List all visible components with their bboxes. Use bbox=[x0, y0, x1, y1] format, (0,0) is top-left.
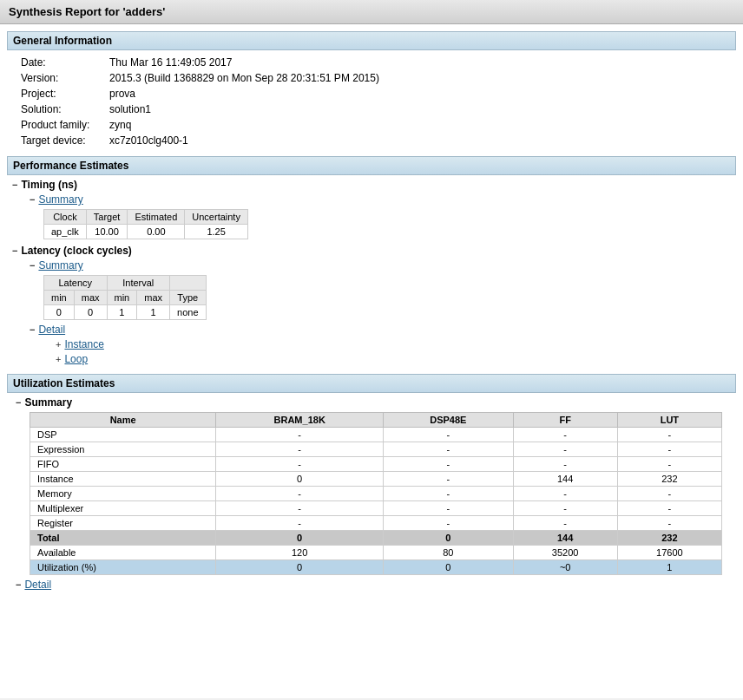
util-cell: 144 bbox=[513, 472, 617, 487]
timing-summary-collapse-icon[interactable]: − bbox=[30, 194, 35, 205]
latency-sub-header: min bbox=[44, 291, 75, 305]
latency-detail-collapse-icon[interactable]: − bbox=[30, 324, 35, 335]
latency-cell: 0 bbox=[44, 305, 75, 320]
util-cell: - bbox=[384, 428, 514, 442]
util-cell: Multiplexer bbox=[30, 501, 216, 516]
util-cell: - bbox=[513, 487, 617, 501]
util-cell: Register bbox=[30, 516, 216, 531]
latency-sub-header: max bbox=[74, 291, 107, 305]
field-label: Target device: bbox=[17, 134, 104, 147]
util-cell: - bbox=[216, 516, 384, 531]
timing-collapse-icon[interactable]: − bbox=[12, 180, 17, 190]
util-cell: Instance bbox=[30, 472, 216, 487]
util-cell: - bbox=[216, 487, 384, 501]
util-cell: - bbox=[513, 457, 617, 472]
field-value: solution1 bbox=[106, 102, 383, 116]
interval-group-header: Interval bbox=[107, 276, 170, 291]
util-cell: - bbox=[617, 501, 721, 516]
util-total-cell: 144 bbox=[513, 531, 617, 546]
util-pct-cell: 0 bbox=[384, 560, 514, 575]
util-cell: Expression bbox=[30, 442, 216, 457]
general-info-row: Date:Thu Mar 16 11:49:05 2017 bbox=[17, 56, 383, 69]
util-cell: - bbox=[216, 442, 384, 457]
util-total-cell: Total bbox=[30, 531, 216, 546]
loop-label[interactable]: Loop bbox=[64, 353, 88, 365]
latency-cell: none bbox=[170, 305, 206, 320]
title-text: Synthesis Report for 'adders' bbox=[9, 5, 165, 18]
latency-summary-collapse-icon[interactable]: − bbox=[30, 260, 35, 271]
util-cell: - bbox=[617, 428, 721, 442]
type-group-header bbox=[170, 276, 206, 291]
utilization-table: NameBRAM_18KDSP48EFFLUT DSP----Expressio… bbox=[30, 412, 722, 575]
util-cell: - bbox=[384, 516, 514, 531]
util-total-cell: 232 bbox=[617, 531, 721, 546]
util-cell: - bbox=[617, 516, 721, 531]
util-cell: DSP bbox=[30, 428, 216, 442]
util-detail-collapse-icon[interactable]: − bbox=[16, 579, 21, 590]
window-title: Synthesis Report for 'adders' bbox=[0, 0, 743, 24]
utilization-header: Utilization Estimates bbox=[7, 374, 736, 393]
util-summary-label: Summary bbox=[24, 396, 72, 409]
field-value: Thu Mar 16 11:49:05 2017 bbox=[106, 56, 383, 69]
latency-summary-label[interactable]: Summary bbox=[38, 259, 82, 271]
general-info-row: Product family:zynq bbox=[17, 118, 383, 132]
timing-col-header: Target bbox=[86, 210, 128, 225]
general-info-row: Version:2015.3 (Build 1368829 on Mon Sep… bbox=[17, 71, 383, 85]
field-label: Product family: bbox=[17, 118, 104, 132]
latency-sub-header: Type bbox=[170, 291, 206, 305]
latency-cell: 1 bbox=[137, 305, 170, 320]
util-total-cell: 0 bbox=[384, 531, 514, 546]
util-cell: - bbox=[384, 487, 514, 501]
field-label: Project: bbox=[17, 87, 104, 101]
latency-title: Latency (clock cycles) bbox=[21, 245, 131, 257]
util-col-header: BRAM_18K bbox=[216, 413, 384, 428]
util-cell: - bbox=[384, 501, 514, 516]
util-cell: FIFO bbox=[30, 457, 216, 472]
latency-group-header: Latency bbox=[44, 276, 108, 291]
util-avail-cell: 80 bbox=[384, 546, 514, 560]
util-summary-collapse-icon[interactable]: − bbox=[16, 397, 21, 408]
latency-cell: 0 bbox=[74, 305, 107, 320]
latency-detail-label[interactable]: Detail bbox=[38, 324, 65, 336]
timing-col-header: Estimated bbox=[128, 210, 185, 225]
latency-collapse-icon[interactable]: − bbox=[12, 245, 17, 256]
timing-cell: 1.25 bbox=[185, 225, 248, 239]
loop-expand-icon[interactable]: + bbox=[56, 354, 61, 364]
general-info-row: Target device:xc7z010clg400-1 bbox=[17, 134, 383, 147]
field-label: Solution: bbox=[17, 102, 104, 116]
field-value: zynq bbox=[106, 118, 383, 132]
general-info-header: General Information bbox=[7, 31, 736, 50]
general-info-table: Date:Thu Mar 16 11:49:05 2017Version:201… bbox=[16, 54, 385, 149]
latency-table: LatencyIntervalminmaxminmaxType 0011none bbox=[43, 275, 207, 320]
util-cell: - bbox=[216, 428, 384, 442]
util-col-header: FF bbox=[513, 413, 617, 428]
latency-cell: 1 bbox=[107, 305, 137, 320]
util-cell: - bbox=[617, 487, 721, 501]
util-cell: - bbox=[513, 501, 617, 516]
util-col-header: Name bbox=[30, 413, 216, 428]
timing-summary-label[interactable]: Summary bbox=[38, 193, 82, 206]
util-total-cell: 0 bbox=[216, 531, 384, 546]
timing-col-header: Uncertainty bbox=[185, 210, 248, 225]
timing-table: ClockTargetEstimatedUncertainty ap_clk10… bbox=[43, 209, 248, 239]
util-cell: - bbox=[384, 457, 514, 472]
util-cell: Memory bbox=[30, 487, 216, 501]
util-detail-label[interactable]: Detail bbox=[24, 579, 51, 591]
timing-title: Timing (ns) bbox=[21, 179, 76, 191]
field-label: Date: bbox=[17, 56, 104, 69]
util-cell: - bbox=[384, 442, 514, 457]
util-cell: - bbox=[513, 442, 617, 457]
util-cell: 0 bbox=[216, 472, 384, 487]
util-avail-cell: 120 bbox=[216, 546, 384, 560]
field-value: prova bbox=[106, 87, 383, 101]
field-label: Version: bbox=[17, 71, 104, 85]
general-info-row: Project:prova bbox=[17, 87, 383, 101]
util-pct-cell: 1 bbox=[617, 560, 721, 575]
instance-expand-icon[interactable]: + bbox=[56, 339, 61, 350]
util-cell: - bbox=[216, 457, 384, 472]
instance-label[interactable]: Instance bbox=[64, 338, 103, 350]
util-cell: - bbox=[513, 516, 617, 531]
util-cell: - bbox=[617, 457, 721, 472]
timing-cell: 10.00 bbox=[86, 225, 128, 239]
general-info-row: Solution:solution1 bbox=[17, 102, 383, 116]
